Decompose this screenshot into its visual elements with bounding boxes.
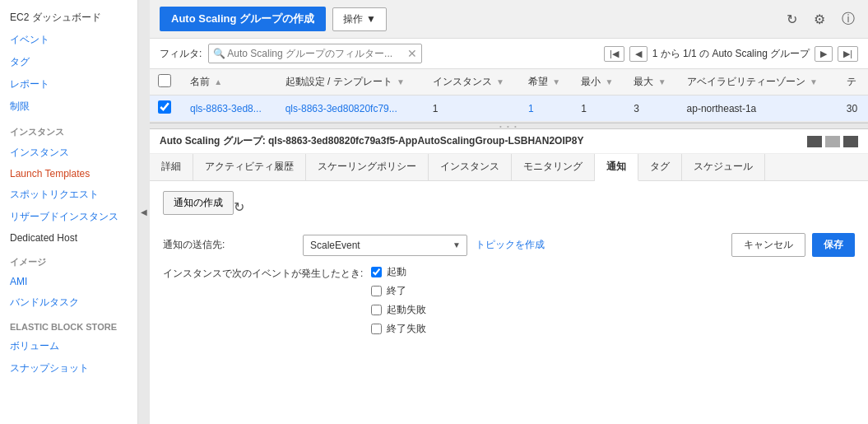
sidebar-item-bundle-tasks[interactable]: バンドルタスク (0, 291, 137, 314)
help-icon[interactable]: ⓘ (838, 9, 858, 30)
event-terminate-label: 終了 (387, 284, 406, 298)
cell-extra: 30 (838, 96, 868, 122)
event-launch-checkbox[interactable] (371, 267, 382, 277)
create-topic-link[interactable]: トピックを作成 (476, 238, 545, 252)
filter-input[interactable] (208, 44, 422, 63)
pagination-next-button[interactable]: ▶ (815, 46, 833, 62)
tab-notifications[interactable]: 通知 (595, 154, 638, 181)
actions-button[interactable]: 操作 ▼ (332, 7, 387, 31)
table-row[interactable]: qls-8863-3ed8... qls-8863-3ed80820fc79..… (150, 96, 868, 122)
sidebar-collapse-handle[interactable]: ◀ (138, 0, 150, 424)
sidebar-item-ami[interactable]: AMI (0, 272, 137, 291)
tab-scaling[interactable]: スケーリングポリシー (306, 154, 429, 180)
tab-instances[interactable]: インスタンス (429, 154, 512, 180)
restore-icon[interactable] (825, 136, 840, 147)
col-max: 最大 ▼ (625, 69, 678, 96)
col-extra: テ (838, 69, 868, 96)
detail-header-icons (807, 136, 858, 147)
event-terminate-error-row: 終了失敗 (371, 322, 426, 336)
sidebar-item-dedicated-host[interactable]: Dedicated Host (0, 228, 137, 248)
event-terminate-error-checkbox[interactable] (371, 324, 382, 334)
col-desired: 希望 ▼ (520, 69, 573, 96)
pagination-text: 1 から 1/1 の Auto Scaling グループ (652, 47, 810, 61)
sidebar-item-limits[interactable]: 制限 (0, 96, 137, 118)
sidebar-item-ec2-dashboard[interactable]: EC2 ダッシュボード (0, 7, 137, 29)
notification-refresh-icon[interactable]: ↻ (234, 199, 244, 215)
event-launch-error-label: 起動失敗 (387, 303, 426, 317)
send-to-select[interactable]: ScaleEvent (303, 235, 467, 256)
save-button[interactable]: 保存 (812, 233, 855, 257)
tab-monitoring[interactable]: モニタリング (512, 154, 595, 180)
cell-desired: 1 (520, 96, 573, 122)
sidebar-item-snapshots[interactable]: スナップショット (0, 357, 137, 380)
send-to-select-wrap: ScaleEvent ▼ (303, 235, 467, 256)
col-template: 起動設定 / テンプレート ▼ (277, 69, 425, 96)
col-az: アベイラビリティーゾーン ▼ (679, 69, 838, 96)
actions-chevron-icon: ▼ (366, 13, 376, 25)
event-label: インスタンスで次のイベントが発生したとき: (163, 265, 363, 281)
sidebar-item-tags[interactable]: タグ (0, 51, 137, 73)
form-actions: キャンセル 保存 (731, 233, 855, 257)
sidebar: EC2 ダッシュボード イベント タグ レポート 制限 インスタンス インスタン… (0, 0, 138, 424)
sidebar-item-reports[interactable]: レポート (0, 73, 137, 96)
asg-table: 名前 ▲ 起動設定 / テンプレート ▼ インスタンス ▼ 希望 ▼ 最小 ▼ … (150, 69, 868, 122)
main-content: Auto Scaling グループの作成 操作 ▼ ↻ ⚙ ⓘ フィルタ: 🔍 … (150, 0, 868, 424)
col-min: 最小 ▼ (573, 69, 625, 96)
event-terminate-error-label: 終了失敗 (387, 322, 426, 336)
events-row: インスタンスで次のイベントが発生したとき: 起動 終了 起動失敗 (163, 265, 855, 336)
notification-body: 通知の作成 ↻ 通知の送信先: ScaleEvent ▼ トピックを作成 キャン… (150, 181, 868, 424)
send-to-row: 通知の送信先: ScaleEvent ▼ トピックを作成 キャンセル 保存 (163, 233, 855, 257)
resize-bar[interactable]: • • • (150, 123, 868, 129)
pagination-prev-button[interactable]: ◀ (629, 46, 648, 62)
sidebar-section-ebs: ELASTIC BLOCK STORE (0, 314, 137, 335)
sidebar-item-spot-requests[interactable]: スポットリクエスト (0, 184, 137, 206)
sidebar-item-reserved-instances[interactable]: リザーブドインスタンス (0, 206, 137, 228)
tab-details[interactable]: 詳細 (150, 154, 193, 180)
detail-title: Auto Scaling グループ: qls-8863-3ed80820fc79… (160, 134, 583, 148)
cell-min: 1 (573, 96, 625, 122)
table-wrap: 名前 ▲ 起動設定 / テンプレート ▼ インスタンス ▼ 希望 ▼ 最小 ▼ … (150, 69, 868, 123)
send-to-label: 通知の送信先: (163, 238, 295, 252)
col-instances: インスタンス ▼ (425, 69, 520, 96)
search-icon: 🔍 (213, 48, 225, 59)
pagination-first-button[interactable]: |◀ (604, 46, 624, 62)
filter-bar: フィルタ: 🔍 ✕ |◀ ◀ 1 から 1/1 の Auto Scaling グ… (150, 39, 868, 69)
event-launch-label: 起動 (387, 265, 406, 279)
pagination: |◀ ◀ 1 から 1/1 の Auto Scaling グループ ▶ ▶| (604, 46, 858, 62)
sidebar-section-instances: インスタンス (0, 118, 137, 142)
filter-label: フィルタ: (160, 47, 202, 61)
cell-az: ap-northeast-1a (679, 96, 838, 122)
refresh-icon[interactable]: ↻ (783, 10, 801, 29)
event-launch-row: 起動 (371, 265, 426, 279)
sidebar-item-launch-templates[interactable]: Launch Templates (0, 164, 137, 184)
event-launch-error-checkbox[interactable] (371, 305, 382, 315)
col-name: 名前 ▲ (182, 69, 277, 96)
cancel-button[interactable]: キャンセル (731, 233, 805, 257)
maximize-icon[interactable] (843, 136, 858, 147)
tab-activity[interactable]: アクティビティ履歴 (193, 154, 306, 180)
event-terminate-checkbox[interactable] (371, 286, 382, 296)
filter-clear-icon[interactable]: ✕ (407, 47, 417, 60)
sidebar-item-instances[interactable]: インスタンス (0, 142, 137, 164)
sidebar-item-volumes[interactable]: ボリューム (0, 335, 137, 357)
create-asg-button[interactable]: Auto Scaling グループの作成 (160, 7, 326, 31)
sidebar-item-events[interactable]: イベント (0, 29, 137, 51)
sidebar-section-images: イメージ (0, 248, 137, 272)
cell-instances: 1 (425, 96, 520, 122)
event-terminate-row: 終了 (371, 284, 426, 298)
detail-panel: Auto Scaling グループ: qls-8863-3ed80820fc79… (150, 129, 868, 424)
table-select-all-checkbox[interactable] (158, 74, 171, 87)
create-notification-button[interactable]: 通知の作成 (163, 191, 234, 215)
detail-header: Auto Scaling グループ: qls-8863-3ed80820fc79… (150, 129, 868, 154)
tab-schedule[interactable]: スケジュール (682, 154, 765, 180)
checkbox-group: 起動 終了 起動失敗 終了失敗 (371, 265, 426, 336)
row-checkbox[interactable] (158, 100, 171, 114)
event-launch-error-row: 起動失敗 (371, 303, 426, 317)
cell-template: qls-8863-3ed80820fc79... (277, 96, 425, 122)
cell-max: 3 (625, 96, 678, 122)
tab-tags[interactable]: タグ (638, 154, 682, 180)
minimize-icon[interactable] (807, 136, 822, 147)
gear-icon[interactable]: ⚙ (810, 10, 829, 29)
pagination-last-button[interactable]: ▶| (838, 46, 858, 62)
cell-name: qls-8863-3ed8... (182, 96, 277, 122)
